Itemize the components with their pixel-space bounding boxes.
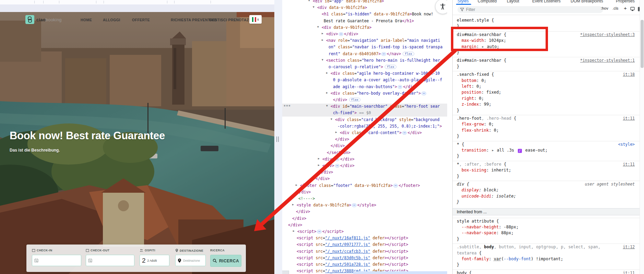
ciaobooking-logo-icon[interactable] bbox=[25, 15, 34, 24]
expand-arrow-icon[interactable]: ▶ bbox=[322, 38, 323, 41]
dom-tree-row[interactable]: <script src="/_nuxt/83d0c5b.js" defer></… bbox=[282, 255, 447, 262]
language-selector[interactable]: it bbox=[249, 15, 262, 24]
collapse-arrow-icon[interactable]: ▼ bbox=[322, 58, 323, 61]
collapsed-content-ellipsis[interactable]: ⋯ bbox=[352, 203, 356, 207]
expand-arrow-icon[interactable]: ▶ bbox=[326, 91, 328, 94]
flex-badge[interactable]: flex bbox=[385, 65, 396, 69]
collapse-arrow-icon[interactable]: ▼ bbox=[308, 0, 310, 2]
css-rule[interactable]: .hero-foot, .hero-head {flex-grow: 0;fle… bbox=[453, 115, 640, 141]
splitter-handle[interactable] bbox=[276, 136, 280, 142]
expand-arrow-icon[interactable]: ▶ bbox=[293, 229, 295, 233]
collapsed-content-ellipsis[interactable]: ⋯ bbox=[398, 85, 402, 89]
dom-tree-row[interactable]: rent" data-v-6b401607>⋯</nav>flex bbox=[282, 51, 447, 58]
dom-tree-row[interactable]: <script src="/_nuxt/ccafcb3.js" defer></… bbox=[282, 249, 447, 255]
styles-filter-input[interactable]: Filter bbox=[457, 6, 603, 13]
dom-tree-row[interactable]: ▼<div id="app" data-v-9b1fc2fa> bbox=[282, 0, 447, 5]
tab-properties[interactable]: Properties bbox=[616, 0, 635, 3]
flex-badge[interactable]: flex bbox=[403, 52, 414, 56]
toggle-class-button[interactable]: .cls bbox=[612, 6, 618, 10]
nav-link-alloggi[interactable]: ALLOGGI bbox=[103, 18, 120, 22]
tab-layout[interactable]: Layout bbox=[507, 0, 519, 3]
dom-tree-row[interactable]: <script src="/_nuxt/0971777.js" defer></… bbox=[282, 242, 447, 248]
collapse-arrow-icon[interactable]: ▼ bbox=[331, 118, 332, 121]
expand-arrow-icon[interactable]: ▶ bbox=[318, 157, 320, 160]
toggle-hover-state-button[interactable]: :hov bbox=[601, 6, 608, 10]
checkout-input[interactable] bbox=[86, 255, 134, 266]
tab-styles[interactable]: Styles bbox=[457, 0, 469, 3]
dom-tree-row[interactable]: ▼<section class="hero hero-main is-fullh… bbox=[282, 58, 447, 64]
css-rule[interactable]: div#main-searchbar {max-width: 1024px;ma… bbox=[453, 31, 640, 57]
selected-row-menu-dots[interactable]: ▪▪▪ bbox=[284, 104, 291, 107]
dom-tree-row[interactable]: on" class="navbar is-fixed-top is-spaced… bbox=[282, 44, 447, 51]
collapsed-content-ellipsis[interactable]: ⋯ bbox=[402, 131, 407, 135]
code-segment[interactable]: "/_nuxt/501a728.js" bbox=[325, 262, 370, 267]
checkin-input[interactable] bbox=[32, 255, 81, 266]
css-rule[interactable]: * {transition: ▶ all .3s / ease-out;}<st… bbox=[453, 141, 640, 160]
elements-tree-panel[interactable]: ▼<div id="app" data-v-9b1fc2fa>▼<div dat… bbox=[282, 0, 447, 274]
expand-arrow-icon[interactable]: ▶ bbox=[292, 203, 294, 206]
dom-tree-row[interactable]: ▶<div class="hero-body overlay-darker">⋯ bbox=[282, 91, 447, 97]
dom-tree-row[interactable]: </div> bbox=[282, 189, 447, 196]
rendering-emulation-icon[interactable] bbox=[630, 7, 635, 11]
code-segment[interactable]: "/_nuxt/16af811.js" bbox=[325, 236, 370, 240]
styles-scrollbar[interactable] bbox=[640, 0, 644, 274]
dom-tree-row[interactable]: ▶<script>⋯</script> bbox=[282, 229, 447, 235]
dom-tree-row[interactable]: ▶<div>⋯</div> bbox=[282, 156, 447, 163]
stylesheet-source-link[interactable]: *inspector-stylesheet:3 bbox=[580, 32, 635, 37]
stylesheet-source-link[interactable]: it:12 bbox=[623, 245, 635, 249]
stylesheet-source-link[interactable]: it:18 bbox=[623, 72, 635, 77]
collapsed-content-ellipsis[interactable]: ⋯ bbox=[339, 32, 343, 36]
tab-computed[interactable]: Computed bbox=[478, 0, 497, 3]
dom-tree-row[interactable]: ▼<div data-v-9b1fc2fa> bbox=[282, 25, 447, 31]
stylesheet-source-link[interactable]: it:11 bbox=[623, 162, 635, 167]
dom-tree-row[interactable]: ▶<footer class="footer" data-v-9b1fc2fa>… bbox=[282, 183, 447, 189]
expand-arrow-icon[interactable]: ▶ bbox=[335, 131, 337, 134]
dom-tree-row[interactable]: </div>flex bbox=[282, 97, 447, 104]
dom-tree-row[interactable]: </div> bbox=[282, 222, 447, 229]
dom-tree-row[interactable]: <!----> bbox=[282, 196, 447, 202]
collapsed-content-ellipsis[interactable]: ⋯ bbox=[317, 230, 321, 234]
dom-tree-row[interactable]: </div> bbox=[282, 209, 447, 215]
dom-tree-row[interactable]: </div> bbox=[282, 143, 447, 150]
collapsed-content-ellipsis[interactable]: ⋯ bbox=[393, 184, 398, 188]
expand-shorthand-arrow[interactable]: ▶ bbox=[491, 149, 494, 152]
dom-tree-row[interactable]: </div> bbox=[282, 136, 447, 143]
dom-tree-row[interactable]: -color:rgba(255, 255, 255, 0.8);z-index:… bbox=[282, 123, 447, 130]
collapse-arrow-icon[interactable]: ▼ bbox=[313, 5, 314, 9]
stylesheet-source-link[interactable]: <style> bbox=[618, 142, 635, 147]
stylesheet-source-link[interactable]: it:11 bbox=[623, 116, 635, 121]
collapsed-content-ellipsis[interactable]: ⋯ bbox=[381, 52, 386, 56]
ospiti-input[interactable]: 2 2 Adulti bbox=[140, 255, 169, 266]
scrollbar-thumb[interactable] bbox=[641, 20, 644, 68]
new-style-rule-button[interactable]: + bbox=[624, 5, 627, 11]
code-segment[interactable]: "/_nuxt/ccafcb3.js" bbox=[325, 249, 370, 254]
collapsed-content-ellipsis[interactable]: ⋯ bbox=[335, 164, 339, 168]
dom-tree-row[interactable]: </section> bbox=[282, 150, 447, 156]
dom-tree-row[interactable]: ▶<div>⋯</div> bbox=[282, 163, 447, 169]
dom-tree-row[interactable]: ▶<nav role="navigation" aria-label="main… bbox=[282, 38, 447, 44]
expand-arrow-icon[interactable]: ▶ bbox=[318, 164, 320, 167]
expand-arrow-icon[interactable]: ▶ bbox=[322, 32, 323, 35]
dom-tree-row[interactable]: 0 p-absolute a-cover agile--auto-play ag… bbox=[282, 77, 447, 84]
dom-tree-row[interactable]: ▶<div>⋯</div> bbox=[282, 31, 447, 38]
dom-tree-row[interactable]: ▶<div class="card-content">⋯</div> bbox=[282, 130, 447, 136]
dom-tree-row[interactable]: o-carousel p-relative">flex bbox=[282, 64, 447, 71]
stylesheet-source-link[interactable]: it:11 bbox=[623, 271, 635, 274]
stylesheet-source-link[interactable]: *inspector-stylesheet:1 bbox=[580, 58, 635, 63]
bottom-scroll-indicator[interactable] bbox=[353, 271, 447, 274]
css-rule[interactable]: *, :after, :before {box-sizing: inherit;… bbox=[453, 161, 640, 180]
dom-tree-row[interactable]: ade agile--no-nav-buttons">⋯</div> bbox=[282, 84, 447, 91]
dom-tree-row[interactable]: ▪▪▪▼<div id="main-searchbar" class="hero… bbox=[282, 104, 447, 110]
code-segment[interactable]: "/_nuxt/0971777.js" bbox=[325, 242, 370, 247]
dom-tree-row[interactable]: ▶<div class="agile hero-bg-container w-1… bbox=[282, 71, 447, 77]
destinazione-input[interactable]: Destinazione bbox=[175, 255, 206, 266]
dom-tree-row[interactable]: <h1 class="is-hidden" data-v-9b1fc2fa>Bo… bbox=[282, 11, 447, 18]
css-rule[interactable]: div#main-searchbar {}*inspector-styleshe… bbox=[453, 57, 640, 71]
collapsed-content-ellipsis[interactable]: ⋯ bbox=[335, 157, 339, 161]
tab-dom-breakpoints[interactable]: DOM Breakpoints bbox=[571, 0, 603, 3]
nav-link-home[interactable]: HOME bbox=[81, 18, 92, 22]
dom-tree-row[interactable]: ch-fixed"> == $0 bbox=[282, 110, 447, 117]
dom-tree-row[interactable]: </div> bbox=[282, 176, 447, 182]
collapsed-content-ellipsis[interactable]: ⋯ bbox=[421, 92, 426, 95]
dom-tree-row[interactable]: ▼<div class="card backdrop" style="backg… bbox=[282, 117, 447, 123]
